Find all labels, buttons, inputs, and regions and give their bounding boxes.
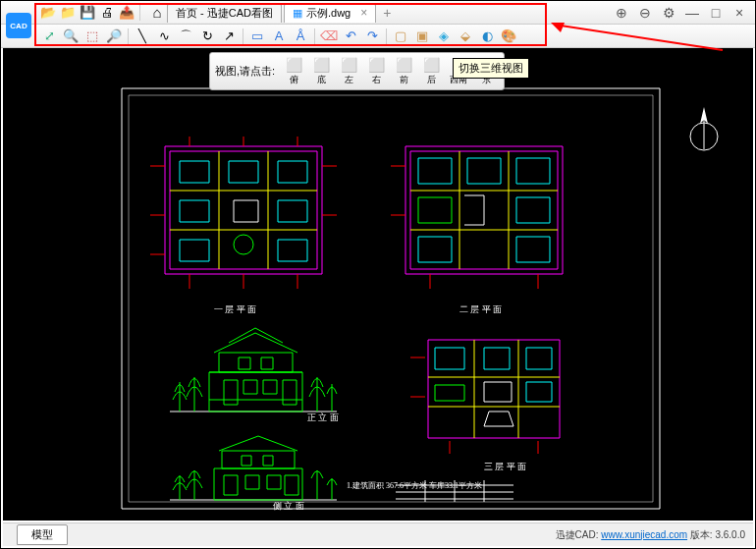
svg-rect-37 xyxy=(418,158,452,184)
wireframe-icon[interactable]: ⬙ xyxy=(456,27,475,46)
redo-icon[interactable]: ↷ xyxy=(362,27,382,46)
view-label: 右 xyxy=(372,74,381,86)
cube-icon: ⬜ xyxy=(339,56,358,74)
elevation-front xyxy=(165,323,342,416)
svg-rect-11 xyxy=(180,161,209,183)
main-toolbar: ⤢ 🔍 ⬚ 🔎 ╲ ∿ ⌒ ↻ ↗ ▭ A Å ⌫ ↶ ↷ ▢ ▣ ◈ ⬙ ◐ … xyxy=(1,25,755,48)
boxes-icon[interactable]: ▣ xyxy=(412,27,432,46)
view-panel-label: 视图,请点击: xyxy=(215,64,275,79)
file-icon: ▦ xyxy=(293,7,302,20)
undo-icon[interactable]: ↶ xyxy=(341,27,360,46)
view-left-button[interactable]: ⬜左 xyxy=(336,56,361,86)
home-icon[interactable]: ⌂ xyxy=(149,5,165,21)
text-icon[interactable]: A xyxy=(269,27,289,46)
view-label: 后 xyxy=(427,74,436,86)
view-label: 底 xyxy=(317,74,326,86)
settings-icon[interactable]: ⚙ xyxy=(661,5,676,21)
view-front-button[interactable]: ⬜前 xyxy=(391,56,416,86)
cube-icon: ⬜ xyxy=(394,56,413,74)
view-bottom-button[interactable]: ⬜底 xyxy=(308,56,334,86)
view-label: 左 xyxy=(345,74,353,86)
zoom-window-icon[interactable]: ⬚ xyxy=(82,27,102,46)
svg-point-19 xyxy=(234,235,253,254)
zoom-region-icon[interactable]: 🔍 xyxy=(61,27,81,46)
svg-rect-65 xyxy=(209,372,302,412)
svg-rect-55 xyxy=(526,348,552,369)
print-icon[interactable]: 🖨 xyxy=(99,5,115,21)
status-link[interactable]: www.xunjiecad.com xyxy=(601,529,687,540)
zoom-icon[interactable]: 🔎 xyxy=(104,27,124,46)
open-icon[interactable]: 📂 xyxy=(40,5,56,21)
palette-icon[interactable]: 🎨 xyxy=(499,27,518,46)
model-tab[interactable]: 模型 xyxy=(17,524,68,545)
folder-icon[interactable]: 📁 xyxy=(60,5,76,21)
bottom-tabbar: 模型 迅捷CAD: www.xunjiecad.com 版本: 3.6.0.0 xyxy=(3,522,753,546)
view-top-button[interactable]: ⬜俯 xyxy=(281,56,306,86)
titlebar: 📂 📁 💾 🖨 📤 ⌂ 首页 - 迅捷CAD看图 ▦ 示例.dwg × + ⊕ … xyxy=(1,1,755,25)
zoom-fit-icon[interactable]: ⤢ xyxy=(39,27,59,46)
tab-close-button[interactable]: × xyxy=(360,6,367,20)
view-label: 俯 xyxy=(290,74,298,86)
compass-icon xyxy=(684,102,724,156)
tab-strip: ⌂ 首页 - 迅捷CAD看图 ▦ 示例.dwg × + xyxy=(147,1,614,24)
window-controls: ⊕ ⊖ ⚙ — □ × xyxy=(614,5,755,21)
svg-rect-39 xyxy=(516,158,550,184)
svg-rect-81 xyxy=(285,475,298,495)
cube-icon: ⬜ xyxy=(284,56,303,74)
tab-home[interactable]: 首页 - 迅捷CAD看图 xyxy=(167,3,282,23)
separator xyxy=(139,5,140,21)
export-icon[interactable]: 📤 xyxy=(119,5,135,21)
cube-icon: ⬜ xyxy=(366,56,386,74)
floor-plan-2 xyxy=(391,137,577,294)
floor-plan-1-label: 一 层 平 面 xyxy=(214,303,256,316)
svg-rect-5 xyxy=(170,151,317,269)
maximize-button[interactable]: □ xyxy=(708,5,724,21)
floor-plan-3-label: 三 层 平 面 xyxy=(484,461,526,473)
circle-icon[interactable]: ↻ xyxy=(197,27,217,46)
tooltip: 切换三维视图 xyxy=(453,58,529,79)
arc-icon[interactable]: ⌒ xyxy=(176,27,195,46)
svg-rect-56 xyxy=(435,385,464,401)
line-icon[interactable]: ╲ xyxy=(133,27,152,46)
svg-rect-14 xyxy=(180,200,209,222)
save-icon[interactable]: 💾 xyxy=(80,5,95,21)
svg-rect-66 xyxy=(219,353,293,372)
svg-rect-16 xyxy=(278,200,307,222)
svg-rect-54 xyxy=(484,348,510,369)
separator xyxy=(386,28,387,44)
render-icon[interactable]: ◐ xyxy=(477,27,497,46)
svg-rect-67 xyxy=(224,380,238,405)
status-version-label: 版本: xyxy=(687,529,715,540)
layer-icon[interactable]: ▭ xyxy=(247,27,267,46)
cube-icon[interactable]: ◈ xyxy=(434,27,454,46)
view-right-button[interactable]: ⬜右 xyxy=(363,56,389,86)
arrow-icon[interactable]: ↗ xyxy=(219,27,239,46)
cube-icon: ⬜ xyxy=(421,56,441,74)
zoom-out-icon[interactable]: ⊖ xyxy=(637,5,653,21)
erase-icon[interactable]: ⌫ xyxy=(319,27,339,46)
tab-add-button[interactable]: + xyxy=(378,5,396,21)
svg-rect-77 xyxy=(222,451,295,468)
polyline-icon[interactable]: ∿ xyxy=(154,27,174,46)
tab-file[interactable]: ▦ 示例.dwg × xyxy=(284,3,376,23)
svg-rect-69 xyxy=(263,380,277,394)
box-icon[interactable]: ▢ xyxy=(391,27,410,46)
separator xyxy=(314,28,315,44)
dimension-icon[interactable]: Å xyxy=(291,27,310,46)
minimize-button[interactable]: — xyxy=(684,5,700,21)
svg-rect-13 xyxy=(278,161,307,183)
svg-rect-15 xyxy=(234,200,258,222)
svg-rect-58 xyxy=(526,382,552,402)
app-logo: CAD xyxy=(6,13,31,38)
svg-rect-78 xyxy=(224,475,238,495)
svg-rect-79 xyxy=(245,475,259,489)
svg-rect-17 xyxy=(180,240,209,261)
tab-file-label: 示例.dwg xyxy=(306,6,351,21)
floor-plan-1 xyxy=(150,137,337,294)
view-back-button[interactable]: ⬜后 xyxy=(418,56,444,86)
drawing-canvas[interactable]: 一 层 平 面 二 层 平 面 xyxy=(3,48,753,521)
status-bar: 迅捷CAD: www.xunjiecad.com 版本: 3.6.0.0 xyxy=(556,528,745,542)
zoom-in-icon[interactable]: ⊕ xyxy=(614,5,629,21)
svg-rect-71 xyxy=(239,357,250,369)
close-button[interactable]: × xyxy=(731,5,747,21)
